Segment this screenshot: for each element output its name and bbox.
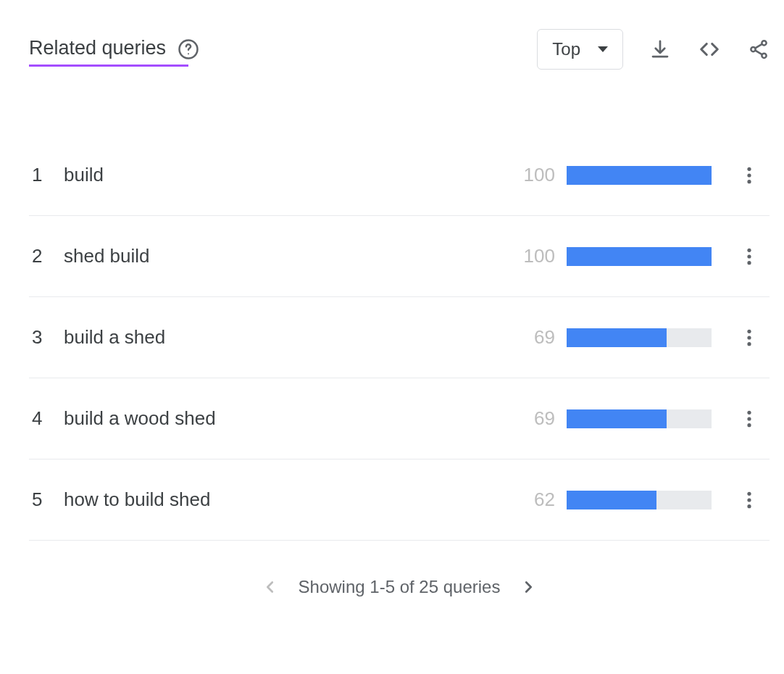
svg-point-18 [747,498,751,502]
bar-track [567,409,712,428]
bar-fill [567,166,712,185]
svg-point-9 [747,254,751,258]
svg-point-1 [188,53,189,54]
query-text: build [64,164,512,186]
help-icon[interactable] [178,38,199,60]
bar-fill [567,491,656,509]
card-title-text: Related queries [29,37,166,59]
bar-track [567,247,712,266]
svg-point-14 [747,410,751,414]
bar-fill [567,328,667,347]
more-icon[interactable] [741,166,758,185]
rank: 1 [32,164,64,186]
value: 100 [512,245,555,267]
pagination-text: Showing 1-5 of 25 queries [299,577,501,597]
card-title: Related queries [29,37,166,62]
svg-point-8 [747,248,751,251]
list-item[interactable]: 3build a shed69 [29,297,770,378]
bar-track [567,328,712,347]
rank: 4 [32,407,64,430]
svg-point-7 [747,180,751,183]
svg-point-13 [747,342,751,346]
rank: 5 [32,488,64,511]
more-icon[interactable] [741,491,758,509]
rank: 2 [32,245,64,267]
rank: 3 [32,326,64,349]
svg-point-2 [762,41,766,45]
header-left: Related queries [29,37,199,62]
query-text: build a shed [64,326,512,349]
bar-track [567,491,712,509]
chevron-down-icon [598,46,608,52]
svg-point-5 [747,167,751,170]
bar-fill [567,247,712,266]
svg-point-19 [747,504,751,508]
list-item[interactable]: 4build a wood shed69 [29,378,770,459]
more-icon[interactable] [741,328,758,347]
svg-point-17 [747,491,751,495]
card-header: Related queries Top [29,29,770,70]
svg-point-3 [751,47,755,51]
query-text: shed build [64,245,512,267]
page-prev-button[interactable] [262,579,278,595]
embed-icon[interactable] [697,38,722,60]
list-item[interactable]: 2shed build100 [29,216,770,297]
more-icon[interactable] [741,409,758,428]
value: 100 [512,164,555,186]
svg-point-11 [747,329,751,333]
pagination: Showing 1-5 of 25 queries [29,577,770,597]
dropdown-label: Top [552,39,580,59]
list-item[interactable]: 5how to build shed62 [29,459,770,541]
share-icon[interactable] [748,38,770,60]
query-list: 1build1002shed build1003build a shed694b… [29,135,770,541]
sort-dropdown[interactable]: Top [537,29,623,70]
svg-point-16 [747,423,751,427]
list-item[interactable]: 1build100 [29,135,770,216]
query-text: build a wood shed [64,407,512,430]
title-underline [29,65,188,67]
query-text: how to build shed [64,488,512,511]
value: 69 [512,326,555,349]
download-icon[interactable] [649,38,671,60]
header-right: Top [537,29,770,70]
value: 62 [512,488,555,511]
value: 69 [512,407,555,430]
svg-point-4 [762,54,766,58]
bar-fill [567,409,667,428]
svg-point-15 [747,417,751,420]
more-icon[interactable] [741,247,758,266]
related-queries-card: Related queries Top [0,0,784,619]
svg-point-10 [747,261,751,265]
svg-point-6 [747,173,751,177]
page-next-button[interactable] [520,579,536,595]
bar-track [567,166,712,185]
svg-point-12 [747,336,751,339]
